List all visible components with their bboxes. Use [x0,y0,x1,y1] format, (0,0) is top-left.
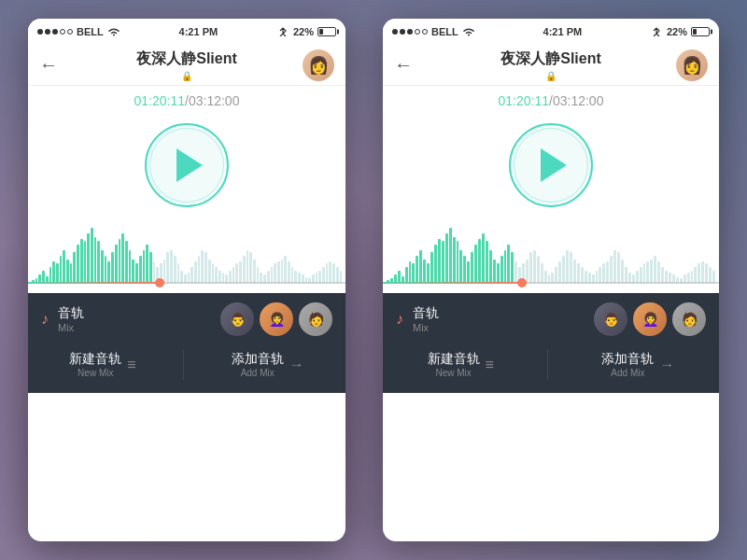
wave-bar-12 [430,252,433,284]
new-mix-button-right[interactable]: 新建音轨 New Mix ≡ [418,345,503,384]
collab-avatar-3-right[interactable]: 🧑 [672,302,706,336]
bluetooth-icon-right [650,27,663,36]
artist-avatar-right[interactable]: 👩 [676,49,708,81]
wave-bar-86 [329,261,331,284]
add-mix-icon-right: → [659,357,674,373]
progress-line-right[interactable] [383,282,719,284]
add-mix-button-left[interactable]: 添加音轨 Add Mix → [222,345,314,384]
wave-bar-21 [105,256,107,284]
wave-bar-26 [121,233,124,284]
artist-avatar-left[interactable]: 👩 [303,49,334,81]
new-mix-icon-left: ≡ [127,357,135,373]
play-button-right[interactable] [509,123,593,207]
wave-bar-15 [442,241,444,284]
carrier-label: BELL [77,26,104,37]
wave-bar-24 [474,245,477,284]
wave-bar-14 [80,239,83,284]
wave-bar-26 [482,233,485,284]
wave-bar-19 [457,241,459,284]
progress-thumb-right[interactable] [517,278,527,287]
current-time-left: 01:20:11 [134,93,186,108]
dot2 [45,29,50,35]
music-note-left: ♪ [41,311,49,328]
collab-avatar-1-right[interactable]: 👨 [594,302,627,336]
wave-bar-23 [471,252,473,284]
phone-left: BELL 4:21 PM 22% ← 夜深人静Slient 🔒 👩 [28,19,345,541]
wave-bar-29 [132,259,134,284]
song-title-left: 夜深人静Slient [136,49,237,69]
battery-fill-right [693,29,697,35]
wave-bar-33 [146,245,148,284]
collab-avatar-2-right[interactable]: 👩‍🦱 [633,302,667,336]
rdot2 [400,29,405,35]
collab-face-2-right: 👩‍🦱 [633,302,667,336]
wave-bar-49 [201,250,204,284]
waveform-right[interactable] [383,218,719,293]
back-button-left[interactable]: ← [39,54,58,76]
collab-avatar-3-left[interactable]: 🧑 [299,302,332,336]
wave-bar-85 [326,263,329,284]
new-mix-text-right: 新建音轨 New Mix [428,351,480,378]
bottom-panel-left: ♪ 音轨 Mix 👨 👩‍🦱 🧑 新建音轨 [28,293,345,393]
total-time-left: 03:12:00 [189,93,240,108]
wave-bar-60 [239,261,242,284]
new-mix-cn-left: 新建音轨 [69,351,121,368]
waveform-left[interactable] [28,218,345,293]
wave-bar-74 [288,261,290,284]
battery-fill [319,29,323,35]
new-mix-icon-right: ≡ [486,357,494,373]
rdot3 [407,29,413,35]
wave-bar-47 [558,261,561,284]
wave-bar-16 [87,233,90,284]
wave-bar-62 [247,250,249,284]
wave-bar-59 [602,263,605,284]
music-note-right: ♪ [396,311,403,328]
back-button-right[interactable]: ← [394,54,413,76]
wifi-icon [107,27,120,36]
wave-bar-85 [698,263,700,284]
wave-bar-64 [621,259,624,284]
wave-bar-51 [573,259,576,284]
wave-bar-72 [650,259,653,284]
status-bar-left: BELL 4:21 PM 22% [28,19,345,45]
wave-bar-52 [577,263,580,284]
wave-bar-27 [125,241,128,284]
play-area-right [383,112,719,218]
dot4 [60,29,65,35]
wave-bar-40 [533,250,536,284]
wave-bar-59 [235,263,238,284]
wave-bar-42 [177,263,180,284]
play-triangle-right [541,148,567,182]
collab-avatar-1-left[interactable]: 👨 [220,302,254,336]
wave-bar-16 [445,233,448,284]
track-info-right: 音轨 Mix [413,305,585,333]
wave-bar-14 [438,239,441,284]
wave-bar-64 [253,259,256,284]
track-sub-right: Mix [413,322,585,333]
new-mix-text-left: 新建音轨 New Mix [69,351,121,378]
wave-bar-31 [139,256,142,284]
wave-bar-87 [332,263,335,284]
wave-bar-87 [705,263,708,284]
collab-avatar-2-left[interactable]: 👩‍🦱 [260,302,293,336]
add-mix-text-right: 添加音轨 Add Mix [601,351,654,378]
wave-bar-39 [529,252,532,284]
play-button-left[interactable] [145,123,229,207]
wave-bar-13 [434,245,437,284]
wave-bar-31 [500,256,503,284]
wave-bar-48 [562,256,565,284]
track-avatars-right: 👨 👩‍🦱 🧑 [594,302,706,336]
play-area-left [28,112,345,218]
progress-thumb-left[interactable] [155,278,164,287]
add-mix-cn-left: 添加音轨 [232,351,284,368]
add-mix-button-right[interactable]: 添加音轨 Add Mix → [592,345,684,384]
progress-line-left[interactable] [28,282,345,284]
rdot4 [415,29,420,35]
collab-face-2-left: 👩‍🦱 [260,302,293,336]
wifi-icon-right [462,27,475,36]
wave-bar-17 [449,228,452,284]
wave-bar-19 [97,241,100,284]
wave-bar-9 [63,250,65,284]
new-mix-button-left[interactable]: 新建音轨 New Mix ≡ [60,345,145,384]
wave-bar-29 [493,259,496,284]
